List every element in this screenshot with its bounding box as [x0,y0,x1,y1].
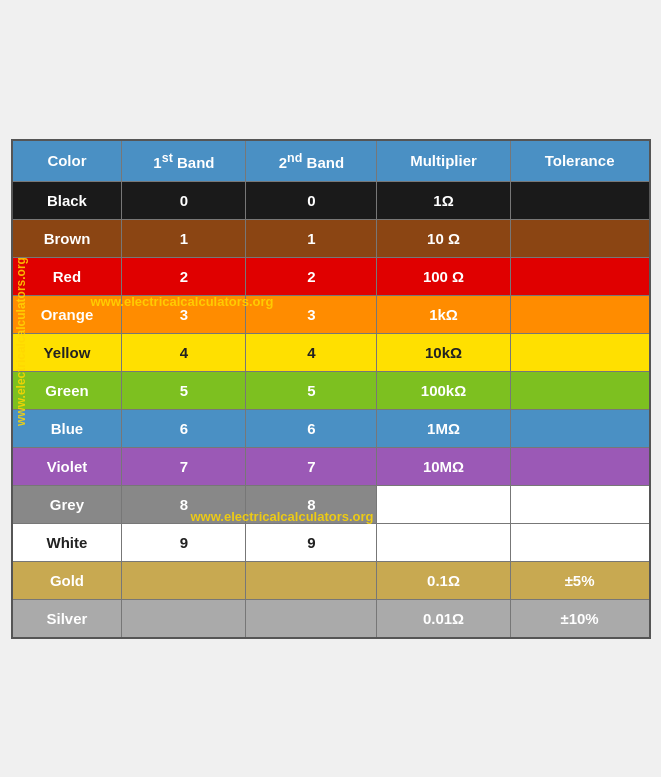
band1-cell: 3 [122,295,246,333]
band2-cell [246,561,377,599]
tolerance-cell: ±10% [510,599,649,638]
color-cell: Gold [12,561,122,599]
multiplier-cell: 1MΩ [377,409,510,447]
band2-cell: 1 [246,219,377,257]
band2-cell: 4 [246,333,377,371]
band2-cell: 8 [246,485,377,523]
table-row: Orange331kΩ [12,295,650,333]
color-cell: Yellow [12,333,122,371]
color-cell: Red [12,257,122,295]
band2-cell: 2 [246,257,377,295]
tolerance-cell [510,447,649,485]
table-row: Violet7710MΩ [12,447,650,485]
tolerance-cell [510,295,649,333]
tolerance-cell [510,523,649,561]
multiplier-cell: 1kΩ [377,295,510,333]
band2-cell: 7 [246,447,377,485]
tolerance-cell [510,257,649,295]
multiplier-cell: 10 Ω [377,219,510,257]
band1-cell: 1 [122,219,246,257]
table-header-row: Color 1st Band 2nd Band Multiplier Toler… [12,140,650,182]
tolerance-cell [510,371,649,409]
color-cell: Green [12,371,122,409]
band1-cell: 2 [122,257,246,295]
band2-cell: 9 [246,523,377,561]
band1-cell: 9 [122,523,246,561]
band1-cell: 8 [122,485,246,523]
color-cell: White [12,523,122,561]
band2-cell: 0 [246,181,377,219]
color-cell: Brown [12,219,122,257]
multiplier-cell [377,485,510,523]
table-row: Grey88 [12,485,650,523]
tolerance-cell [510,485,649,523]
multiplier-cell: 1Ω [377,181,510,219]
color-cell: Blue [12,409,122,447]
resistor-color-code-table: www.electricalcalculators.org www.electr… [11,139,651,639]
band1-cell: 4 [122,333,246,371]
multiplier-cell [377,523,510,561]
tolerance-cell [510,409,649,447]
header-tolerance: Tolerance [510,140,649,182]
color-cell: Violet [12,447,122,485]
band1-cell [122,561,246,599]
band1-cell: 7 [122,447,246,485]
multiplier-cell: 0.1Ω [377,561,510,599]
table-row: Green55100kΩ [12,371,650,409]
table-row: Red22100 Ω [12,257,650,295]
multiplier-cell: 10kΩ [377,333,510,371]
multiplier-cell: 100 Ω [377,257,510,295]
table-row: White99 [12,523,650,561]
tolerance-cell [510,219,649,257]
header-multiplier: Multiplier [377,140,510,182]
table-row: Brown1110 Ω [12,219,650,257]
table-row: Gold0.1Ω±5% [12,561,650,599]
header-band2: 2nd Band [246,140,377,182]
band2-cell: 5 [246,371,377,409]
tolerance-cell: ±5% [510,561,649,599]
tolerance-cell [510,181,649,219]
band1-cell: 5 [122,371,246,409]
color-cell: Black [12,181,122,219]
color-cell: Orange [12,295,122,333]
color-cell: Silver [12,599,122,638]
multiplier-cell: 0.01Ω [377,599,510,638]
color-cell: Grey [12,485,122,523]
band1-cell [122,599,246,638]
multiplier-cell: 10MΩ [377,447,510,485]
multiplier-cell: 100kΩ [377,371,510,409]
band2-cell [246,599,377,638]
band2-cell: 3 [246,295,377,333]
color-code-table: Color 1st Band 2nd Band Multiplier Toler… [11,139,651,639]
header-color: Color [12,140,122,182]
table-row: Silver0.01Ω±10% [12,599,650,638]
band1-cell: 6 [122,409,246,447]
tolerance-cell [510,333,649,371]
band1-cell: 0 [122,181,246,219]
band2-cell: 6 [246,409,377,447]
header-band1: 1st Band [122,140,246,182]
table-row: Black001Ω [12,181,650,219]
table-row: Blue661MΩ [12,409,650,447]
table-row: Yellow4410kΩ [12,333,650,371]
